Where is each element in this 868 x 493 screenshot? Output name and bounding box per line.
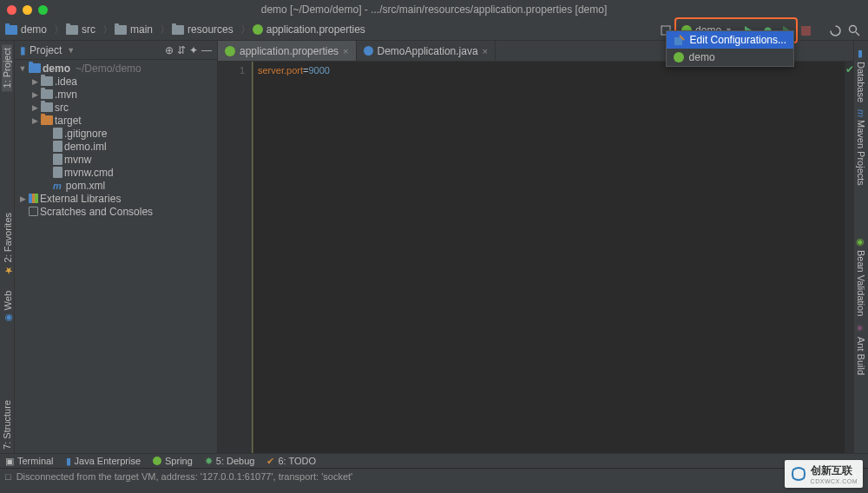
watermark: 创新互联 CDXWCX.COM xyxy=(785,460,863,488)
search-everywhere-button[interactable] xyxy=(845,22,863,39)
tree-item[interactable]: .gitignore xyxy=(15,127,217,140)
inspection-ok-icon: ✔ xyxy=(845,62,853,76)
module-icon xyxy=(29,63,41,73)
bean-validation-tool-tab[interactable]: ◉Bean Validation xyxy=(856,233,867,319)
web-tool-tab[interactable]: ◉Web xyxy=(2,287,13,327)
edit-icon xyxy=(674,35,685,46)
project-icon: ▮ xyxy=(20,44,26,56)
settings-icon[interactable]: ✦ xyxy=(189,44,198,56)
svg-rect-2 xyxy=(801,26,811,36)
java-enterprise-tool-tab[interactable]: ▮Java Enterprise xyxy=(66,456,141,467)
tree-root[interactable]: ▼demo~/Demo/demo xyxy=(15,62,217,75)
file-icon xyxy=(53,167,62,178)
edit-configurations-item[interactable]: Edit Configurations... xyxy=(667,31,793,49)
todo-icon: ✔ xyxy=(266,456,274,467)
libraries-icon xyxy=(29,194,38,203)
project-panel-header: ▮Project▼ ⊕ ⇵ ✦ — xyxy=(15,41,217,60)
spring-icon xyxy=(253,24,263,35)
folder-icon xyxy=(41,115,53,125)
terminal-tool-tab[interactable]: ▣Terminal xyxy=(5,456,54,467)
class-icon xyxy=(364,46,373,56)
ant-build-tool-tab[interactable]: ✳Ant Build xyxy=(856,319,867,378)
code-content[interactable]: server.port=9000 xyxy=(253,62,845,453)
run-config-item[interactable]: demo xyxy=(667,49,793,66)
hide-icon[interactable]: — xyxy=(201,44,212,56)
java-icon: ▮ xyxy=(66,456,71,467)
maven-tool-tab[interactable]: mMaven Projects xyxy=(856,106,866,189)
folder-icon xyxy=(66,25,78,35)
run-config-dropdown: Edit Configurations... demo xyxy=(666,30,794,67)
maven-icon: m xyxy=(53,181,62,191)
editor-tab[interactable]: DemoApplication.java× xyxy=(357,41,496,61)
breadcrumb[interactable]: main xyxy=(115,23,153,36)
chevron-down-icon[interactable]: ▼ xyxy=(67,46,75,55)
tree-item[interactable]: ▶.mvn xyxy=(15,88,217,101)
spring-icon xyxy=(674,52,684,62)
external-libraries[interactable]: ▶External Libraries xyxy=(15,192,217,205)
todo-tool-tab[interactable]: ✔6: TODO xyxy=(266,456,316,467)
breadcrumb[interactable]: demo xyxy=(5,23,47,36)
breadcrumb[interactable]: application.properties xyxy=(253,23,365,36)
main-area: 1: Project ★2: Favorites ◉Web 7: Structu… xyxy=(0,41,868,453)
left-tool-strip: 1: Project ★2: Favorites ◉Web 7: Structu… xyxy=(0,41,15,453)
terminal-icon: ▣ xyxy=(5,456,14,467)
editor-area: application.properties× DemoApplication.… xyxy=(218,41,853,453)
favorites-tool-tab[interactable]: ★2: Favorites xyxy=(2,209,13,279)
file-icon xyxy=(53,128,62,139)
structure-tool-tab[interactable]: 7: Structure xyxy=(2,397,12,453)
window-title: demo [~/Demo/demo] - .../src/main/resour… xyxy=(261,3,608,16)
tree-item[interactable]: mpom.xml xyxy=(15,179,217,192)
project-tool-tab[interactable]: 1: Project xyxy=(2,44,12,91)
breadcrumb[interactable]: src xyxy=(66,23,95,36)
folder-icon xyxy=(41,76,53,86)
debug-icon: ✸ xyxy=(205,456,213,467)
spring-icon xyxy=(225,46,235,56)
project-tree[interactable]: ▼demo~/Demo/demo ▶.idea ▶.mvn ▶src ▶targ… xyxy=(15,60,217,453)
tree-item[interactable]: ▶.idea xyxy=(15,75,217,88)
project-panel: ▮Project▼ ⊕ ⇵ ✦ — ▼demo~/Demo/demo ▶.ide… xyxy=(15,41,218,453)
titlebar: demo [~/Demo/demo] - .../src/main/resour… xyxy=(0,0,868,19)
tree-item[interactable]: demo.iml xyxy=(15,140,217,153)
status-message: Disconnected from the target VM, address… xyxy=(16,471,353,482)
stop-button[interactable] xyxy=(797,22,814,39)
close-window-button[interactable] xyxy=(7,5,16,15)
folder-icon xyxy=(41,102,53,112)
code-editor[interactable]: 1 server.port=9000 ✔ xyxy=(218,62,853,453)
svg-line-4 xyxy=(856,32,859,36)
window-controls xyxy=(0,5,48,15)
file-icon xyxy=(53,141,62,152)
watermark-logo-icon xyxy=(790,466,807,482)
locate-icon[interactable]: ⊕ xyxy=(165,44,174,56)
tree-item[interactable]: mvnw.cmd xyxy=(15,166,217,179)
close-tab-icon[interactable]: × xyxy=(343,46,348,56)
spring-tool-tab[interactable]: Spring xyxy=(153,456,193,466)
folder-icon xyxy=(115,25,127,35)
folder-icon xyxy=(172,25,184,35)
status-bar: □ Disconnected from the target VM, addre… xyxy=(0,468,868,483)
collapse-all-icon[interactable]: ⇵ xyxy=(177,44,186,56)
breadcrumb[interactable]: resources xyxy=(172,23,233,36)
file-icon xyxy=(53,154,62,165)
editor-tab[interactable]: application.properties× xyxy=(218,41,357,61)
scratch-icon xyxy=(29,207,38,216)
tree-item[interactable]: ▶target xyxy=(15,114,217,127)
module-icon xyxy=(5,25,17,35)
tree-item[interactable]: ▶src xyxy=(15,101,217,114)
folder-icon xyxy=(41,89,53,99)
close-tab-icon[interactable]: × xyxy=(483,46,488,56)
right-tool-strip: ▮Database mMaven Projects ◉Bean Validati… xyxy=(853,41,868,453)
update-button[interactable] xyxy=(826,22,844,39)
spring-icon xyxy=(153,457,161,465)
debug-tool-tab[interactable]: ✸5: Debug xyxy=(205,456,255,467)
editor-marker-bar: ✔ xyxy=(845,62,853,453)
line-gutter: 1 xyxy=(218,62,253,453)
svg-rect-5 xyxy=(674,37,682,45)
minimize-window-button[interactable] xyxy=(23,5,32,15)
database-tool-tab[interactable]: ▮Database xyxy=(856,44,867,106)
tree-item[interactable]: mvnw xyxy=(15,153,217,166)
bottom-tool-strip: ▣Terminal ▮Java Enterprise Spring ✸5: De… xyxy=(0,453,868,468)
maximize-window-button[interactable] xyxy=(38,5,48,15)
svg-point-3 xyxy=(850,26,857,33)
status-icon[interactable]: □ xyxy=(5,471,11,482)
scratches[interactable]: Scratches and Consoles xyxy=(15,205,217,218)
